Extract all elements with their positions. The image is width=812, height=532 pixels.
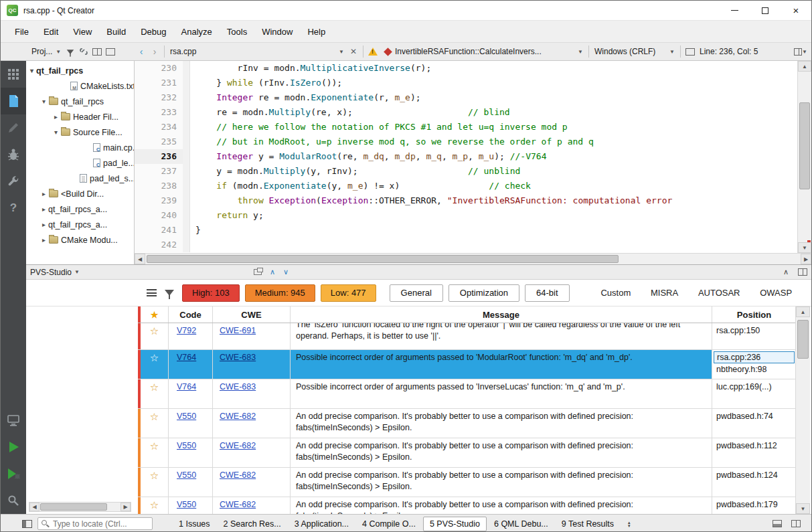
locator[interactable] <box>37 517 153 530</box>
issue-code-link[interactable]: V550 <box>177 412 196 421</box>
code-line[interactable]: 239 throw Exception(Exception::OTHER_ERR… <box>135 193 797 208</box>
favorite-star-cell[interactable]: ☆ <box>141 468 169 497</box>
favorite-star-cell[interactable]: ☆ <box>141 438 169 467</box>
menu-window[interactable]: Window <box>254 24 300 39</box>
issue-position-cell[interactable]: luc.cpp:169(...) <box>712 379 796 408</box>
issue-code-link[interactable]: V764 <box>177 382 196 391</box>
mode-help[interactable]: ? <box>1 195 26 221</box>
go-back-button[interactable]: ‹ <box>135 45 148 58</box>
issue-cwe-link[interactable]: CWE-682 <box>220 412 256 421</box>
go-forward-button[interactable]: › <box>148 45 161 58</box>
issue-row[interactable]: ☆V792CWE-691The 'IsZero' function locate… <box>138 323 796 350</box>
menu-help[interactable]: Help <box>300 24 333 39</box>
pvs-table-vscrollbar[interactable]: ▲ ▼ <box>795 306 810 514</box>
scroll-up-icon[interactable]: ▲ <box>798 61 811 72</box>
output-pane-6-qml-debu-[interactable]: 6 QML Debu... <box>488 517 554 531</box>
code-line[interactable]: 238 if (modn.Exponentiate(y, m_e) != x) … <box>135 179 797 193</box>
issue-cwe-link[interactable]: CWE-682 <box>220 500 256 509</box>
window-layout-icon[interactable] <box>791 520 801 527</box>
mode-welcome[interactable] <box>1 61 26 88</box>
issue-cwe-link[interactable]: CWE-683 <box>220 353 256 362</box>
favorite-star-cell[interactable]: ☆ <box>141 350 169 379</box>
menu-hamburger-icon[interactable] <box>147 289 157 296</box>
issue-row[interactable]: ☆V550CWE-682An odd precise comparison. I… <box>138 497 796 514</box>
code-editor[interactable]: 230 rInv = modn.MultiplicativeInverse(r)… <box>135 61 811 253</box>
favorite-star-cell[interactable]: ☆ <box>141 497 169 514</box>
hscroll-thumb[interactable] <box>147 255 619 263</box>
menu-tools[interactable]: Tools <box>220 24 254 39</box>
mode-design[interactable] <box>1 114 26 141</box>
issue-cwe-link[interactable]: CWE-682 <box>220 470 256 480</box>
issue-cwe-link[interactable]: CWE-683 <box>220 382 256 391</box>
code-line[interactable]: 240 return y; <box>135 208 797 223</box>
build-button[interactable] <box>1 487 26 514</box>
scroll-right-icon[interactable]: ▶ <box>120 503 131 511</box>
issue-position-cell[interactable]: pwdbased.h:124 <box>712 468 796 497</box>
code-column-header[interactable]: Code <box>169 306 213 323</box>
menu-view[interactable]: View <box>66 24 99 39</box>
output-pane-3-application-[interactable]: 3 Application... <box>289 517 355 531</box>
issue-row[interactable]: ☆V550CWE-682An odd precise comparison. I… <box>138 438 796 468</box>
tree-item[interactable]: ▸CMake Modu... <box>26 232 134 248</box>
issue-cwe-link[interactable]: CWE-682 <box>220 441 256 450</box>
favorite-star-cell[interactable]: ☆ <box>141 379 169 408</box>
filter-low-button[interactable]: Low: 477 <box>321 284 376 302</box>
symbol-selector[interactable]: InvertibleRSAFunction::CalculateInvers..… <box>380 44 586 59</box>
mode-projects[interactable] <box>1 168 26 195</box>
tree-item[interactable]: ▾qt_fail_rpcs <box>26 63 134 78</box>
issue-position-cell[interactable]: pwdbased.h:74 <box>712 409 796 438</box>
issue-row[interactable]: ☆V550CWE-682An odd precise comparison. I… <box>138 409 796 438</box>
menu-analyze[interactable]: Analyze <box>174 24 220 39</box>
code-line[interactable]: 232 Integer re = modn.Exponentiate(r, m_… <box>135 90 797 105</box>
tree-item[interactable]: pad_le... <box>26 155 134 171</box>
hscroll-thumb[interactable] <box>40 503 107 511</box>
issue-code-link[interactable]: V792 <box>177 326 196 335</box>
menu-debug[interactable]: Debug <box>133 24 173 39</box>
mode-edit[interactable] <box>1 88 26 114</box>
issue-code-link[interactable]: V550 <box>177 441 196 450</box>
tree-item[interactable]: main.cp... <box>26 140 134 155</box>
code-line[interactable]: 233 re = modn.Multiply(re, x); // blind <box>135 105 797 120</box>
filter-high-button[interactable]: High: 103 <box>182 284 240 302</box>
sync-with-editor-icon[interactable] <box>77 45 90 58</box>
tree-item[interactable]: ▸Header Fil... <box>26 109 134 124</box>
menu-file[interactable]: File <box>7 24 36 39</box>
project-selector[interactable]: Proj...▼ <box>29 44 64 59</box>
tree-item[interactable]: ▾Source File... <box>26 124 134 140</box>
maximize-button[interactable] <box>750 1 781 20</box>
message-column-header[interactable]: Message <box>291 306 712 323</box>
editor-hscrollbar[interactable]: ◀ ▶ <box>135 253 811 264</box>
tree-item[interactable]: ▸qt_fail_rpcs_a... <box>26 201 134 217</box>
tree-item[interactable]: ▸<Build Dir... <box>26 186 134 201</box>
locator-input[interactable] <box>38 518 152 529</box>
line-ending-selector[interactable]: Windows (CRLF)▼ <box>592 44 677 59</box>
filter-medium-button[interactable]: Medium: 945 <box>245 284 315 302</box>
filter-group-optimization[interactable]: Optimization <box>449 284 519 302</box>
undock-pane-icon[interactable] <box>254 269 262 275</box>
position-entry[interactable]: nbtheory.h:98 <box>714 364 795 375</box>
expand-pane-icon[interactable] <box>798 268 807 276</box>
editor-options-icon[interactable] <box>683 45 697 58</box>
editor-vscrollbar[interactable]: ▲ ▼ <box>797 61 811 253</box>
close-pane-icon[interactable] <box>104 45 117 58</box>
issue-position-cell[interactable]: pwdbased.h:179 <box>712 497 796 514</box>
filter-tab-custom[interactable]: Custom <box>600 288 631 298</box>
code-line[interactable]: 241} <box>135 223 797 238</box>
star-column-header[interactable]: ★ <box>141 306 169 323</box>
open-file-selector[interactable]: rsa.cpp▼ <box>167 44 347 59</box>
scroll-up-icon[interactable]: ▲ <box>796 306 810 317</box>
issue-row[interactable]: ☆V764CWE-683Possible incorrect order of … <box>138 379 796 409</box>
filter-funnel-icon[interactable] <box>165 290 174 296</box>
mode-debug[interactable] <box>1 141 26 168</box>
split-pane-icon[interactable] <box>90 45 104 58</box>
tree-item[interactable]: pad_led_s... <box>26 171 134 186</box>
scroll-left-icon[interactable]: ◀ <box>135 254 145 264</box>
output-pane-toggle-icon[interactable] <box>773 520 782 527</box>
scroll-right-icon[interactable]: ▶ <box>801 254 811 264</box>
issue-code-link[interactable]: V550 <box>177 500 196 509</box>
vscroll-thumb[interactable] <box>799 102 810 189</box>
code-line[interactable]: 234 // here we follow the notation of PK… <box>135 120 797 135</box>
issue-cwe-link[interactable]: CWE-691 <box>220 326 256 335</box>
position-entry[interactable]: rsa.cpp:236 <box>714 351 795 363</box>
output-pane-2-search-res-[interactable]: 2 Search Res... <box>218 517 287 531</box>
